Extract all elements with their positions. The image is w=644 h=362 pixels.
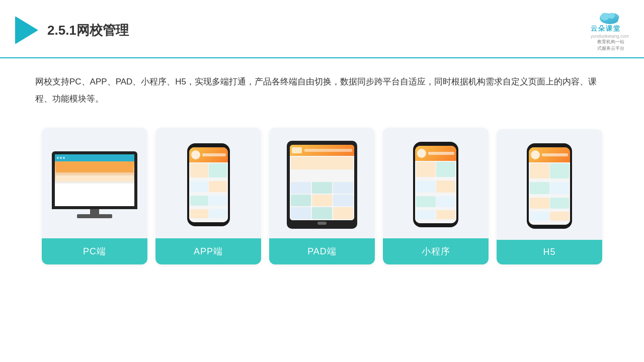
brand-tagline-2: 式服务云平台	[597, 45, 624, 52]
miniapp-phone-body	[413, 142, 458, 227]
card-app: APP端	[155, 128, 261, 264]
card-pad: PAD端	[269, 128, 375, 264]
platform-cards: PC端	[0, 118, 644, 280]
miniapp-phone-mockup	[413, 142, 458, 227]
pad-label: PAD端	[269, 238, 375, 264]
app-phone-body	[187, 143, 230, 226]
pad-tablet-body	[287, 141, 357, 229]
logo-triangle-icon	[15, 16, 38, 44]
brand-logo-area: 云朵课堂 yunduoketang.com 教育机构一站 式服务云平台	[591, 9, 629, 51]
app-phone-mockup	[187, 143, 230, 226]
h5-phone-mockup	[527, 143, 572, 229]
header: 2.5.1网校管理 云朵课堂 yunduoketang.c	[0, 0, 644, 58]
description-text: 网校支持PC、APP、PAD、小程序、H5，实现多端打通，产品各终端自由切换，数…	[0, 58, 644, 118]
header-left: 2.5.1网校管理	[15, 16, 129, 44]
h5-phone-screen	[529, 147, 570, 225]
brand-logo: 云朵课堂 yunduoketang.com 教育机构一站 式服务云平台	[591, 9, 629, 51]
brand-url-text: yunduoketang.com	[591, 34, 629, 39]
card-miniapp-image	[383, 128, 489, 238]
app-phone-screen	[189, 147, 228, 222]
card-h5: H5	[497, 129, 602, 264]
miniapp-phone-screen	[415, 146, 456, 223]
brand-name-text: 云朵课堂	[591, 24, 621, 33]
card-app-image	[155, 128, 261, 238]
pc-label: PC端	[42, 238, 147, 264]
svg-point-3	[601, 13, 609, 21]
card-pc: PC端	[42, 128, 147, 264]
pad-tablet-mockup	[287, 141, 357, 229]
miniapp-label: 小程序	[383, 238, 489, 264]
h5-phone-body	[527, 143, 572, 229]
pad-tablet-screen	[290, 145, 354, 220]
pc-mockup	[52, 151, 137, 218]
h5-label: H5	[497, 240, 602, 264]
card-pad-image	[269, 128, 375, 238]
cloud-icon	[597, 9, 622, 24]
card-h5-image	[497, 129, 602, 240]
card-pc-image	[42, 128, 147, 238]
svg-point-4	[608, 13, 615, 19]
brand-tagline-1: 教育机构一站	[597, 39, 624, 45]
pc-screen	[52, 151, 137, 209]
app-label: APP端	[155, 238, 261, 264]
card-miniapp: 小程序	[383, 128, 489, 264]
page-title: 2.5.1网校管理	[47, 22, 129, 39]
